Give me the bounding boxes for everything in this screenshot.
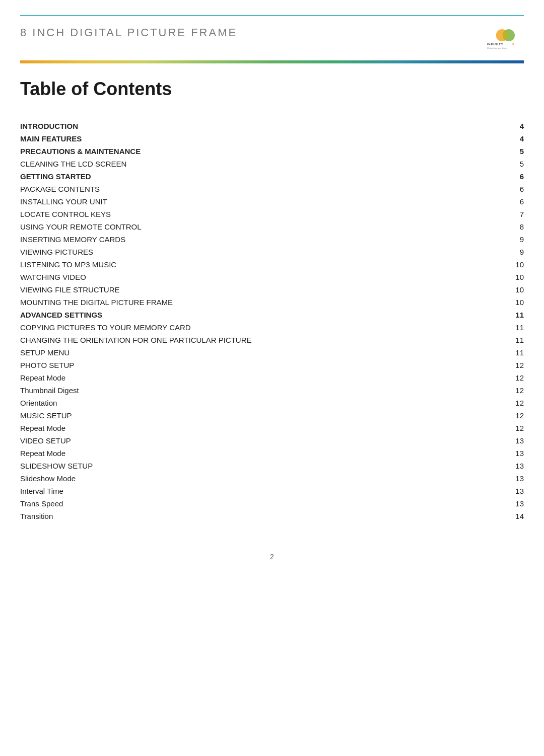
toc-row: CHANGING THE ORIENTATION FOR ONE PARTICU… [20, 334, 524, 346]
toc-label: COPYING PICTURES TO YOUR MEMORY CARD [20, 321, 504, 334]
toc-label: Orientation [20, 397, 504, 409]
toc-label: VIEWING FILE STRUCTURE [20, 283, 504, 296]
toc-label: Thumbnail Digest [20, 384, 504, 397]
toc-page: 5 [504, 145, 524, 158]
toc-row: PRECAUTIONS & MAINTENANCE5 [20, 145, 524, 158]
logo-area: INFINITY 8 Closer than you think ... [484, 26, 524, 51]
toc-label: SETUP MENU [20, 346, 504, 359]
toc-row: LOCATE CONTROL KEYS7 [20, 208, 524, 220]
toc-label: MAIN FEATURES [20, 132, 504, 145]
toc-row: VIDEO SETUP13 [20, 434, 524, 447]
toc-label: INSTALLING YOUR UNIT [20, 195, 504, 208]
gradient-bar [20, 60, 524, 63]
toc-page: 10 [504, 296, 524, 309]
header-title: 8 INCH DIGITAL PICTURE FRAME [20, 26, 237, 39]
toc-label: Transition [20, 510, 504, 522]
toc-page: 13 [504, 447, 524, 460]
svg-text:INFINITY: INFINITY [487, 43, 504, 46]
toc-label: INSERTING MEMORY CARDS [20, 233, 504, 246]
toc-label: Interval Time [20, 485, 504, 497]
svg-text:Closer than you think ...: Closer than you think ... [487, 47, 508, 49]
toc-label: Repeat Mode [20, 371, 504, 384]
toc-label: INTRODUCTION [20, 120, 504, 132]
toc-page: 12 [504, 359, 524, 371]
toc-row: Transition14 [20, 510, 524, 522]
toc-row: CLEANING THE LCD SCREEN5 [20, 158, 524, 170]
toc-row: Orientation12 [20, 397, 524, 409]
toc-row: MUSIC SETUP12 [20, 409, 524, 422]
toc-row: GETTING STARTED6 [20, 170, 524, 183]
toc-label: MUSIC SETUP [20, 409, 504, 422]
toc-row: Repeat Mode12 [20, 371, 524, 384]
toc-row: Thumbnail Digest12 [20, 384, 524, 397]
toc-page: 5 [504, 158, 524, 170]
toc-row: INSTALLING YOUR UNIT6 [20, 195, 524, 208]
toc-label: PACKAGE CONTENTS [20, 183, 504, 195]
toc-page: 11 [504, 334, 524, 346]
toc-row: Interval Time13 [20, 485, 524, 497]
toc-page: 14 [504, 510, 524, 522]
toc-page: 6 [504, 170, 524, 183]
toc-row: USING YOUR REMOTE CONTROL8 [20, 220, 524, 233]
page: 8 INCH DIGITAL PICTURE FRAME INFINITY 8 … [0, 0, 544, 756]
toc-page: 12 [504, 409, 524, 422]
toc-label: Repeat Mode [20, 447, 504, 460]
toc-label: USING YOUR REMOTE CONTROL [20, 220, 504, 233]
toc-label: GETTING STARTED [20, 170, 504, 183]
toc-label: PHOTO SETUP [20, 359, 504, 371]
toc-page: 7 [504, 208, 524, 220]
toc-page: 9 [504, 233, 524, 246]
toc-row: Slideshow Mode13 [20, 472, 524, 485]
toc-page: 8 [504, 220, 524, 233]
toc-label: MOUNTING THE DIGITAL PICTURE FRAME [20, 296, 504, 309]
toc-label: Slideshow Mode [20, 472, 504, 485]
toc-page: 4 [504, 120, 524, 132]
toc-page: 13 [504, 434, 524, 447]
toc-row: SETUP MENU11 [20, 346, 524, 359]
svg-text:8: 8 [512, 42, 514, 46]
toc-label: Trans Speed [20, 497, 504, 510]
toc-label: ADVANCED SETTINGS [20, 309, 504, 321]
toc-label: PRECAUTIONS & MAINTENANCE [20, 145, 504, 158]
toc-page: 10 [504, 271, 524, 283]
toc-label: CHANGING THE ORIENTATION FOR ONE PARTICU… [20, 334, 504, 346]
toc-label: VIEWING PICTURES [20, 246, 504, 258]
toc-row: PACKAGE CONTENTS6 [20, 183, 524, 195]
toc-row: Repeat Mode13 [20, 447, 524, 460]
toc-row: INTRODUCTION4 [20, 120, 524, 132]
toc-page: 11 [504, 309, 524, 321]
toc-row: Repeat Mode12 [20, 422, 524, 434]
toc-row: COPYING PICTURES TO YOUR MEMORY CARD11 [20, 321, 524, 334]
page-footer: 2 [20, 553, 524, 571]
toc-row: SLIDESHOW SETUP13 [20, 460, 524, 472]
toc-label: LISTENING TO MP3 MUSIC [20, 258, 504, 271]
toc-page: 13 [504, 472, 524, 485]
toc-row: WATCHING VIDEO10 [20, 271, 524, 283]
page-number: 2 [270, 553, 274, 561]
toc-row: MOUNTING THE DIGITAL PICTURE FRAME10 [20, 296, 524, 309]
toc-page: 9 [504, 246, 524, 258]
toc-page: 12 [504, 371, 524, 384]
toc-row: MAIN FEATURES4 [20, 132, 524, 145]
toc-page: 11 [504, 346, 524, 359]
logo-icon: INFINITY 8 Closer than you think ... [484, 26, 524, 51]
toc-page: 12 [504, 384, 524, 397]
toc-row: ADVANCED SETTINGS11 [20, 309, 524, 321]
toc-label: WATCHING VIDEO [20, 271, 504, 283]
toc-page: 10 [504, 283, 524, 296]
toc-row: LISTENING TO MP3 MUSIC10 [20, 258, 524, 271]
toc-label: VIDEO SETUP [20, 434, 504, 447]
toc-page: 13 [504, 460, 524, 472]
toc-label: SLIDESHOW SETUP [20, 460, 504, 472]
toc-heading: Table of Contents [20, 79, 524, 100]
toc-page: 12 [504, 422, 524, 434]
toc-page: 10 [504, 258, 524, 271]
toc-page: 13 [504, 485, 524, 497]
toc-row: INSERTING MEMORY CARDS9 [20, 233, 524, 246]
toc-row: VIEWING FILE STRUCTURE10 [20, 283, 524, 296]
toc-row: PHOTO SETUP12 [20, 359, 524, 371]
toc-page: 6 [504, 183, 524, 195]
toc-page: 6 [504, 195, 524, 208]
toc-label: CLEANING THE LCD SCREEN [20, 158, 504, 170]
toc-page: 4 [504, 132, 524, 145]
